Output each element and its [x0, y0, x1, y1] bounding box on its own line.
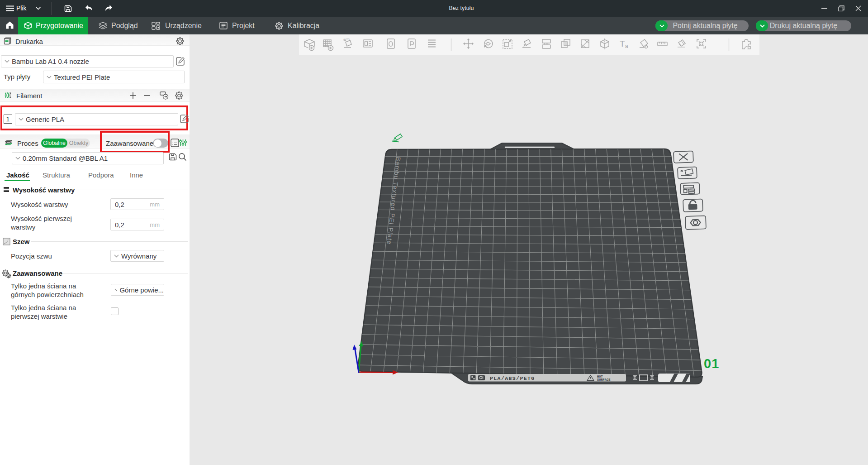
svg-text:PLA/ABS/PETG: PLA/ABS/PETG	[490, 375, 535, 381]
svg-text:SURFACE: SURFACE	[597, 378, 610, 382]
svg-text:01: 01	[704, 356, 719, 371]
